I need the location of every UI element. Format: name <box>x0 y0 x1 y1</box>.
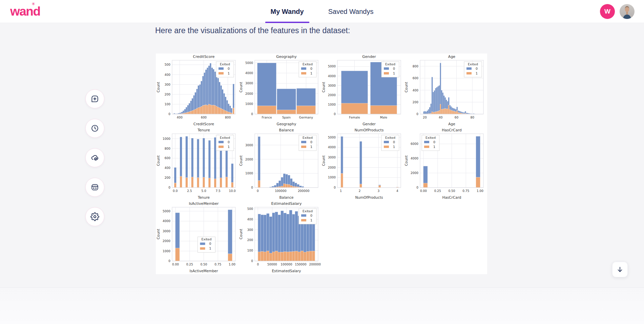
svg-text:5000: 5000 <box>163 210 170 213</box>
histogram-NumOfProducts: 0100020003000400050001234NumOfProductsNu… <box>321 127 404 200</box>
main-tabs: My Wandy Saved Wandys <box>269 0 376 23</box>
scroll-to-bottom-button[interactable] <box>612 262 628 277</box>
svg-text:Germany: Germany <box>299 116 313 119</box>
svg-text:0: 0 <box>168 112 170 116</box>
svg-text:Exited: Exited <box>385 62 395 66</box>
subplot-IsActiveMember: 0100020003000400050000.000.250.500.751.0… <box>156 200 239 274</box>
subplot-Age: 020040060080020406080AgeAgeCountExited01 <box>404 53 487 127</box>
svg-text:0.0: 0.0 <box>173 189 178 193</box>
svg-text:4000: 4000 <box>245 71 253 75</box>
svg-text:Age: Age <box>448 55 456 59</box>
svg-text:Count: Count <box>156 229 160 239</box>
cloud-check-icon <box>90 153 99 162</box>
top-bar: wand ✳ My Wandy Saved Wandys W <box>0 0 644 23</box>
wand-logo[interactable]: wand ✳ <box>10 4 54 19</box>
svg-text:Geography: Geography <box>277 122 296 126</box>
svg-text:200: 200 <box>165 93 170 96</box>
svg-text:0.75: 0.75 <box>462 189 469 193</box>
svg-text:1: 1 <box>433 145 435 149</box>
svg-text:Count: Count <box>404 155 408 166</box>
tab-saved-wandys[interactable]: Saved Wandys <box>326 0 376 23</box>
svg-text:NumOfProducts: NumOfProducts <box>355 195 383 199</box>
tab-my-wandy[interactable]: My Wandy <box>269 0 306 23</box>
assistant-message: Here are the visualizations of the featu… <box>155 26 350 35</box>
svg-text:IsActiveMember: IsActiveMember <box>189 201 219 206</box>
subplot-Geography: 010002000300040005000FranceSpainGermanyG… <box>239 53 321 127</box>
svg-text:CreditScore: CreditScore <box>193 55 215 59</box>
svg-text:100: 100 <box>247 249 253 252</box>
svg-text:0: 0 <box>251 259 253 263</box>
svg-text:100: 100 <box>165 103 170 106</box>
svg-text:600: 600 <box>165 156 170 160</box>
svg-text:0: 0 <box>310 140 312 144</box>
svg-text:400: 400 <box>413 89 418 92</box>
cloud-sync-button[interactable] <box>85 148 104 167</box>
visualizations-figure: 0100200300400500400600800CreditScoreCred… <box>156 53 487 274</box>
svg-text:1: 1 <box>228 145 230 149</box>
user-avatar[interactable] <box>620 4 635 19</box>
svg-text:Geography: Geography <box>276 55 297 59</box>
svg-text:300: 300 <box>165 83 170 86</box>
svg-text:HasCrCard: HasCrCard <box>442 128 462 132</box>
svg-text:0: 0 <box>310 67 312 70</box>
new-chat-button[interactable] <box>85 89 104 108</box>
svg-text:0: 0 <box>416 112 418 116</box>
svg-text:Exited: Exited <box>202 237 212 241</box>
svg-text:3000: 3000 <box>328 84 336 87</box>
svg-text:Female: Female <box>349 116 360 119</box>
svg-text:5.0: 5.0 <box>201 189 206 193</box>
svg-text:Exited: Exited <box>220 136 230 139</box>
settings-button[interactable] <box>85 207 104 226</box>
svg-text:4: 4 <box>396 189 398 193</box>
svg-text:3000: 3000 <box>245 144 253 147</box>
svg-text:800: 800 <box>225 116 231 119</box>
svg-text:1: 1 <box>393 71 395 75</box>
svg-text:0: 0 <box>334 112 336 116</box>
code-window-button[interactable] <box>85 178 104 197</box>
svg-text:400: 400 <box>165 73 170 77</box>
svg-text:3000: 3000 <box>245 82 253 85</box>
code-window-icon <box>90 183 99 192</box>
svg-text:50000: 50000 <box>267 263 277 266</box>
svg-text:France: France <box>262 116 272 119</box>
active-tab-underline <box>265 22 309 23</box>
svg-text:Count: Count <box>156 82 160 92</box>
svg-text:2.5: 2.5 <box>187 189 192 193</box>
svg-text:600: 600 <box>413 77 418 80</box>
gear-icon <box>90 212 99 221</box>
svg-text:80: 80 <box>471 116 475 119</box>
workspace-avatar[interactable]: W <box>600 4 615 19</box>
svg-text:400: 400 <box>165 166 170 170</box>
svg-text:3: 3 <box>377 189 379 193</box>
svg-text:400: 400 <box>247 218 253 221</box>
svg-text:400: 400 <box>177 116 183 119</box>
histogram-IsActiveMember: 0100020003000400050000.000.250.500.751.0… <box>156 200 239 274</box>
svg-text:Count: Count <box>321 82 326 92</box>
histogram-EstimatedSalary: 0100200300400500050000100000150000200000… <box>239 200 321 274</box>
svg-text:HasCrCard: HasCrCard <box>442 195 461 199</box>
svg-text:Spain: Spain <box>282 116 291 119</box>
svg-text:2000: 2000 <box>328 166 336 169</box>
svg-text:1: 1 <box>476 71 478 75</box>
svg-text:0: 0 <box>228 140 230 144</box>
svg-text:1000: 1000 <box>328 103 336 106</box>
svg-text:Gender: Gender <box>362 55 376 59</box>
svg-text:100000: 100000 <box>281 263 292 266</box>
svg-text:Age: Age <box>448 122 455 126</box>
svg-text:0.25: 0.25 <box>434 189 441 193</box>
svg-text:NumOfProducts: NumOfProducts <box>355 128 384 132</box>
svg-text:20: 20 <box>423 116 427 119</box>
svg-text:2: 2 <box>359 189 361 193</box>
svg-text:Tenure: Tenure <box>197 128 210 132</box>
user-photo <box>620 4 635 19</box>
svg-text:Count: Count <box>156 155 160 166</box>
svg-text:1: 1 <box>310 218 312 222</box>
svg-text:Exited: Exited <box>220 62 230 66</box>
subplot-Gender: 010002000300040005000FemaleMaleGenderGen… <box>321 53 404 127</box>
svg-text:0: 0 <box>476 67 478 70</box>
svg-text:300: 300 <box>247 228 253 232</box>
svg-text:Exited: Exited <box>425 136 436 139</box>
svg-text:Exited: Exited <box>303 62 313 66</box>
history-button[interactable] <box>85 119 104 138</box>
svg-text:0: 0 <box>251 186 253 189</box>
